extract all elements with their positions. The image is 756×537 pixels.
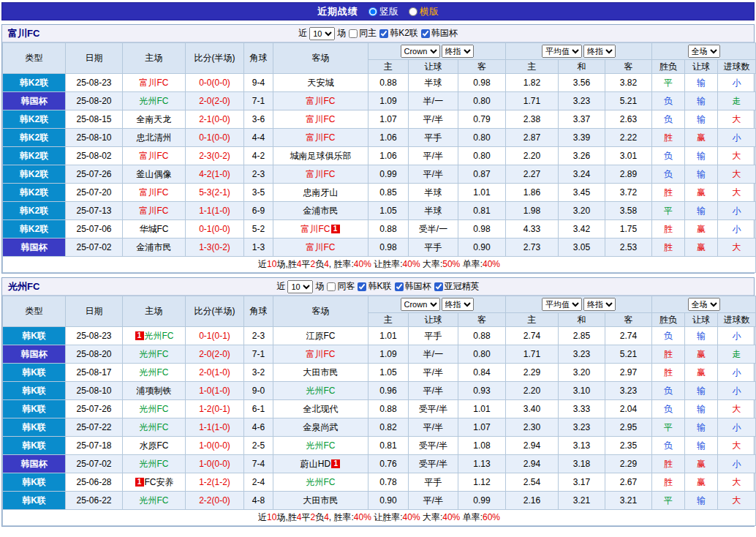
odds-time-select[interactable]: 终指 bbox=[442, 298, 474, 311]
away-team[interactable]: 富川FC bbox=[306, 169, 336, 179]
away-team-cell: 富川FC bbox=[273, 239, 368, 257]
away-team[interactable]: 蔚山HD1 bbox=[300, 459, 341, 469]
league-filter-1[interactable]: 韩国杯 bbox=[394, 280, 431, 293]
odds-away: 0.90 bbox=[458, 239, 506, 257]
away-team[interactable]: 富川FC bbox=[306, 114, 336, 124]
home-team[interactable]: 富川FC bbox=[140, 206, 169, 216]
league-filter-0[interactable]: 韩K2联 bbox=[379, 27, 418, 40]
home-team[interactable]: 光州FC bbox=[140, 404, 169, 414]
home-team[interactable]: 光州FC bbox=[140, 422, 169, 432]
home-team[interactable]: 浦项制铁 bbox=[137, 386, 172, 396]
home-team[interactable]: 光州FC bbox=[140, 349, 169, 359]
home-team[interactable]: 水原FC bbox=[140, 440, 169, 451]
bookmaker-select[interactable]: Crown bbox=[401, 45, 440, 58]
same-venue-filter[interactable]: 同客 bbox=[326, 280, 355, 293]
away-team[interactable]: 富川FC bbox=[306, 132, 336, 143]
away-team[interactable]: 忠南牙山 bbox=[303, 187, 339, 198]
handicap-result-cell: 输 bbox=[685, 74, 718, 92]
away-team[interactable]: 大田市民 bbox=[303, 367, 339, 378]
home-team[interactable]: 1光州FC bbox=[135, 331, 174, 341]
league-filter-0[interactable]: 韩K联 bbox=[357, 280, 391, 293]
home-team[interactable]: 富川FC bbox=[140, 78, 169, 88]
away-team-cell: 金泉尚武 bbox=[273, 418, 368, 437]
away-team[interactable]: 富川FC1 bbox=[301, 224, 341, 234]
league-filter-1[interactable]: 韩国杯 bbox=[420, 27, 458, 40]
home-team-text: 富川FC bbox=[140, 187, 169, 198]
same-venue-filter-checkbox[interactable] bbox=[327, 282, 336, 291]
away-team[interactable]: 天安城 bbox=[308, 78, 334, 88]
home-team[interactable]: 光州FC bbox=[140, 459, 169, 469]
average-select[interactable]: 平均值 bbox=[542, 298, 582, 311]
average-select[interactable]: 平均值 bbox=[542, 45, 582, 58]
away-team[interactable]: 光州FC bbox=[306, 477, 336, 487]
layout-option-vertical[interactable]: 竖版 bbox=[368, 5, 398, 18]
bookmaker-select[interactable]: Crown bbox=[401, 298, 440, 311]
recent-count-select[interactable]: 10 bbox=[287, 280, 313, 293]
goals-result-cell: 大 bbox=[718, 437, 756, 455]
away-team[interactable]: 江原FC bbox=[306, 331, 336, 341]
away-team[interactable]: 全北现代 bbox=[303, 404, 339, 414]
avg-time-select[interactable]: 终指 bbox=[583, 298, 616, 311]
league-filter-1-checkbox[interactable] bbox=[421, 29, 430, 38]
avg-time-select[interactable]: 终指 bbox=[583, 45, 616, 58]
league-filter-1-checkbox[interactable] bbox=[395, 282, 404, 291]
match-row: 韩K2联25-08-23富川FC0-0(0-0)9-4天安城0.88半球0.98… bbox=[3, 74, 756, 92]
away-team[interactable]: 城南足球俱乐部 bbox=[290, 151, 352, 161]
home-team[interactable]: 光州FC bbox=[140, 495, 169, 506]
away-team[interactable]: 大田市民 bbox=[303, 495, 339, 506]
handicap-result-cell: 输 bbox=[685, 147, 718, 165]
home-team[interactable]: 华城FC bbox=[140, 224, 169, 234]
layout-option-horizontal[interactable]: 横版 bbox=[409, 5, 439, 18]
away-team-text: 富川FC bbox=[306, 349, 336, 359]
away-team[interactable]: 光州FC bbox=[306, 440, 336, 451]
home-team[interactable]: 忠北清州 bbox=[137, 132, 172, 143]
league-filter-2[interactable]: 亚冠精英 bbox=[434, 280, 480, 293]
team-name: 富川FC bbox=[8, 27, 39, 40]
avg-draw: 3.23 bbox=[559, 345, 605, 364]
avg-away: 2.89 bbox=[605, 165, 652, 184]
odds-home: 0.98 bbox=[368, 239, 409, 257]
home-team[interactable]: 光州FC bbox=[140, 367, 169, 378]
away-team-cell: 大田市民 bbox=[273, 364, 368, 382]
home-team[interactable]: 釜山偶像 bbox=[137, 169, 172, 179]
away-team-cell: 富川FC bbox=[273, 92, 368, 110]
vertical-radio[interactable] bbox=[368, 7, 377, 16]
col-subheader: 胜负 bbox=[652, 313, 685, 327]
match-row: 韩国杯25-07-02光州FC1-0(0-0)7-4蔚山HD10.76受平/半1… bbox=[3, 455, 756, 473]
league-filter-0-checkbox[interactable] bbox=[379, 29, 388, 38]
home-team[interactable]: 光州FC bbox=[140, 96, 169, 106]
away-team[interactable]: 光州FC bbox=[306, 386, 336, 396]
handicap-result-cell: 输 bbox=[685, 418, 718, 437]
date-cell: 25-08-20 bbox=[66, 345, 123, 364]
home-team[interactable]: 全南天龙 bbox=[137, 114, 172, 124]
col-header: 日期 bbox=[66, 296, 123, 327]
away-team[interactable]: 富川FC bbox=[306, 96, 336, 106]
avg-home: 2.87 bbox=[506, 129, 559, 147]
horizontal-radio[interactable] bbox=[409, 7, 417, 16]
home-team[interactable]: 1FC安养 bbox=[135, 477, 174, 487]
league-filter-0-checkbox[interactable] bbox=[358, 282, 366, 291]
league-filter-2-checkbox[interactable] bbox=[434, 282, 443, 291]
avg-away: 5.21 bbox=[605, 345, 652, 364]
away-team[interactable]: 富川FC bbox=[306, 242, 336, 252]
same-venue-filter-checkbox[interactable] bbox=[349, 29, 358, 38]
score-cell: 0-1(0-0) bbox=[186, 220, 244, 239]
goals-result-cell: 大 bbox=[718, 147, 756, 165]
handicap-result-cell: 赢 bbox=[685, 455, 718, 473]
page-title: 近期战绩 bbox=[317, 5, 358, 18]
odds-handicap: 平/半 bbox=[409, 147, 458, 165]
same-venue-filter[interactable]: 同主 bbox=[348, 27, 377, 40]
home-team[interactable]: 富川FC bbox=[140, 187, 169, 198]
home-team[interactable]: 富川FC bbox=[140, 151, 169, 161]
odds-time-select[interactable]: 终指 bbox=[442, 45, 474, 58]
home-team-text: 釜山偶像 bbox=[137, 169, 172, 179]
col-header: 比分(半场) bbox=[186, 43, 244, 74]
league-cell: 韩K联 bbox=[3, 327, 66, 345]
away-team[interactable]: 金浦市民 bbox=[303, 206, 339, 216]
scope-select[interactable]: 全场 bbox=[688, 45, 720, 58]
recent-count-select[interactable]: 10 bbox=[309, 27, 335, 40]
scope-select[interactable]: 全场 bbox=[688, 298, 720, 311]
away-team[interactable]: 金泉尚武 bbox=[303, 422, 339, 432]
away-team[interactable]: 富川FC bbox=[306, 349, 336, 359]
home-team[interactable]: 金浦市民 bbox=[137, 242, 172, 252]
